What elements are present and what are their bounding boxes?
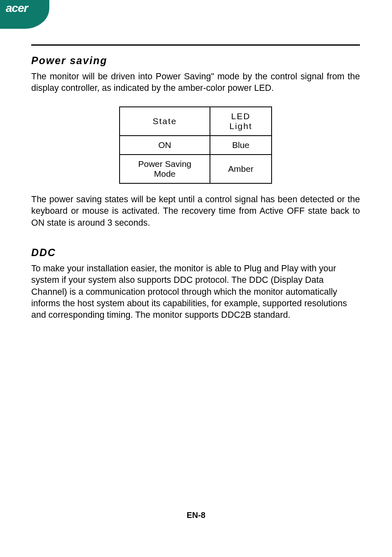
section-heading-power-saving: Power saving	[31, 55, 360, 67]
top-rule	[31, 44, 360, 46]
power-saving-para-2: The power saving states will be kept unt…	[31, 194, 360, 229]
table-cell-state: Power Saving Mode	[120, 155, 210, 183]
ddc-para-1: To make your installation easier, the mo…	[31, 263, 360, 321]
table-row: Power Saving Mode Amber	[120, 155, 272, 183]
table-header-row: State LED Light	[120, 107, 272, 136]
page-content: Power saving The monitor will be driven …	[31, 44, 360, 321]
page-number: EN-8	[0, 511, 392, 520]
section-heading-ddc: DDC	[31, 247, 360, 259]
table-cell-state: ON	[120, 136, 210, 155]
brand-logo: acer	[6, 2, 28, 15]
table-header-state: State	[120, 107, 210, 136]
state-table: State LED Light ON Blue Power Saving Mod…	[119, 106, 272, 184]
power-saving-para-1: The monitor will be driven into Power Sa…	[31, 71, 360, 94]
header-corner: acer	[0, 0, 49, 29]
table-cell-led: Blue	[210, 136, 272, 155]
table-header-led: LED Light	[210, 107, 272, 136]
table-cell-led: Amber	[210, 155, 272, 183]
table-row: ON Blue	[120, 136, 272, 155]
